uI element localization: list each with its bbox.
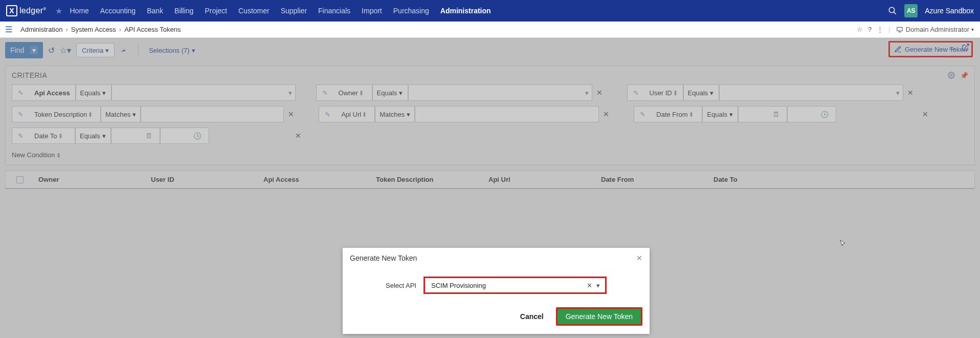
- new-condition-button[interactable]: New Condition ▴▾: [12, 151, 968, 159]
- nav-purchasing[interactable]: Purchasing: [393, 7, 429, 15]
- nav-supplier[interactable]: Supplier: [281, 7, 307, 15]
- loading-icon: ⋯: [949, 45, 954, 53]
- edit-icon[interactable]: ✎: [319, 106, 336, 122]
- modal-title: Generate New Token: [350, 254, 417, 262]
- value-input[interactable]: [141, 106, 284, 122]
- operator-select[interactable]: Equals▾: [372, 84, 408, 101]
- operator-select[interactable]: Equals▾: [76, 84, 112, 101]
- date-from-input[interactable]: 🗓: [738, 106, 787, 122]
- svg-point-6: [950, 74, 952, 76]
- close-icon[interactable]: ✕: [636, 254, 642, 262]
- find-button[interactable]: Find ▾: [5, 42, 43, 58]
- operator-select[interactable]: Equals▾: [75, 128, 111, 144]
- svg-rect-2: [897, 27, 902, 31]
- col-user-id[interactable]: User ID: [147, 176, 259, 183]
- chevron-right-icon: ›: [119, 26, 121, 33]
- clear-icon[interactable]: ✕: [291, 132, 305, 140]
- history-icon[interactable]: ↺: [48, 46, 55, 55]
- nav-bank[interactable]: Bank: [147, 7, 163, 15]
- field-name[interactable]: Api Url▴▾: [336, 106, 375, 122]
- col-token-description[interactable]: Token Description: [372, 176, 484, 183]
- value-input[interactable]: [415, 106, 599, 122]
- generate-new-token-button[interactable]: Generate New Token: [888, 41, 973, 57]
- select-all-checkbox[interactable]: [6, 176, 34, 183]
- date-from-input[interactable]: 🗓: [111, 128, 160, 144]
- clear-icon[interactable]: ✕: [284, 110, 298, 118]
- breadcrumb-item[interactable]: System Access: [71, 26, 116, 33]
- operator-select[interactable]: Equals▾: [702, 106, 738, 122]
- criteria-panel: CRITERIA 📌 ✎ Api Access Equals▾ ▾ ✎ Owne…: [5, 66, 975, 165]
- help-icon[interactable]: ?: [868, 26, 872, 33]
- col-api-access[interactable]: Api Access: [259, 176, 372, 183]
- kebab-icon[interactable]: ⋮: [877, 26, 883, 33]
- col-date-to[interactable]: Date To: [709, 176, 974, 183]
- value-input[interactable]: ▾: [719, 84, 903, 101]
- nav-project[interactable]: Project: [205, 7, 227, 15]
- external-link-icon[interactable]: [962, 43, 970, 51]
- operator-select[interactable]: Matches▾: [101, 106, 141, 122]
- chevron-down-icon: ▾: [585, 89, 589, 97]
- selections-button[interactable]: Selections (7) ▾: [144, 43, 200, 57]
- criteria-row-token-description: ✎ Token Description▴▾ Matches▾ ✕: [12, 106, 298, 122]
- star-outline-icon[interactable]: ☆: [857, 26, 863, 33]
- avatar[interactable]: AS: [904, 4, 918, 17]
- col-date-from[interactable]: Date From: [597, 176, 709, 183]
- gear-icon[interactable]: [948, 72, 955, 79]
- role-selector[interactable]: Domain Administrator ▾: [896, 26, 974, 33]
- chevron-down-icon[interactable]: ▾: [594, 282, 602, 289]
- edit-icon[interactable]: ✎: [12, 106, 29, 122]
- nav-financials[interactable]: Financials: [318, 7, 350, 15]
- edit-icon[interactable]: ✎: [634, 106, 651, 122]
- nav-home[interactable]: Home: [70, 7, 88, 15]
- favorite-star-icon[interactable]: ★: [55, 6, 62, 16]
- profile-name[interactable]: Azure Sandbox: [925, 7, 974, 15]
- criteria-button[interactable]: Criteria ▾: [76, 43, 115, 57]
- value-input[interactable]: ▾: [408, 84, 592, 101]
- chevron-down-icon: ▾: [971, 27, 974, 32]
- edit-icon[interactable]: ✎: [627, 84, 644, 101]
- select-api-dropdown[interactable]: ✕ ▾: [424, 277, 607, 294]
- clear-icon[interactable]: ✕: [918, 110, 932, 118]
- value-input[interactable]: ▾: [112, 84, 296, 101]
- field-name[interactable]: Owner▴▾: [333, 84, 372, 101]
- search-icon[interactable]: [888, 6, 897, 15]
- chevron-down-icon[interactable]: ▾: [30, 46, 38, 54]
- field-name[interactable]: Token Description▴▾: [29, 106, 101, 122]
- pin-icon[interactable]: 📌: [960, 72, 968, 79]
- svg-point-0: [889, 7, 895, 13]
- nav-administration[interactable]: Administration: [440, 7, 491, 15]
- selections-label: Selections (7): [149, 47, 189, 54]
- date-to-input[interactable]: 🕓: [787, 106, 836, 122]
- date-to-input[interactable]: 🕓: [160, 128, 209, 144]
- breadcrumb-item[interactable]: Administration: [20, 26, 62, 33]
- breadcrumb: Administration › System Access › API Acc…: [20, 26, 181, 33]
- clear-icon[interactable]: ✕: [592, 89, 607, 97]
- nav-customer[interactable]: Customer: [238, 7, 270, 15]
- menu-icon[interactable]: ☰: [5, 25, 12, 34]
- cancel-button[interactable]: Cancel: [517, 312, 547, 321]
- criteria-row-user-id: ✎ User ID▴▾ Equals▾ ▾ ✕: [627, 84, 918, 101]
- field-name[interactable]: Date To▴▾: [29, 128, 75, 144]
- field-name[interactable]: Date From▴▾: [651, 106, 702, 122]
- field-name[interactable]: User ID▴▾: [644, 84, 683, 101]
- operator-select[interactable]: Matches▾: [375, 106, 415, 122]
- edit-icon[interactable]: ✎: [12, 84, 29, 101]
- pin-icon[interactable]: [120, 47, 133, 54]
- star-dropdown-icon[interactable]: ☆▾: [60, 46, 71, 55]
- nav-accounting[interactable]: Accounting: [100, 7, 136, 15]
- nav-billing[interactable]: Billing: [174, 7, 193, 15]
- col-api-url[interactable]: Api Url: [484, 176, 597, 183]
- select-api-input[interactable]: [430, 281, 585, 290]
- breadcrumb-item[interactable]: API Access Tokens: [124, 26, 181, 33]
- edit-icon[interactable]: ✎: [316, 84, 333, 101]
- field-name[interactable]: Api Access: [29, 84, 76, 101]
- operator-select[interactable]: Equals▾: [683, 84, 719, 101]
- edit-icon[interactable]: ✎: [12, 128, 29, 144]
- clear-icon[interactable]: ✕: [903, 89, 918, 97]
- col-owner[interactable]: Owner: [34, 176, 147, 183]
- nav-import[interactable]: Import: [362, 7, 382, 15]
- criteria-row-owner: ✎ Owner▴▾ Equals▾ ▾ ✕: [316, 84, 607, 101]
- clear-icon[interactable]: ✕: [599, 110, 613, 118]
- generate-token-button[interactable]: Generate New Token: [556, 307, 642, 326]
- clear-icon[interactable]: ✕: [585, 282, 594, 289]
